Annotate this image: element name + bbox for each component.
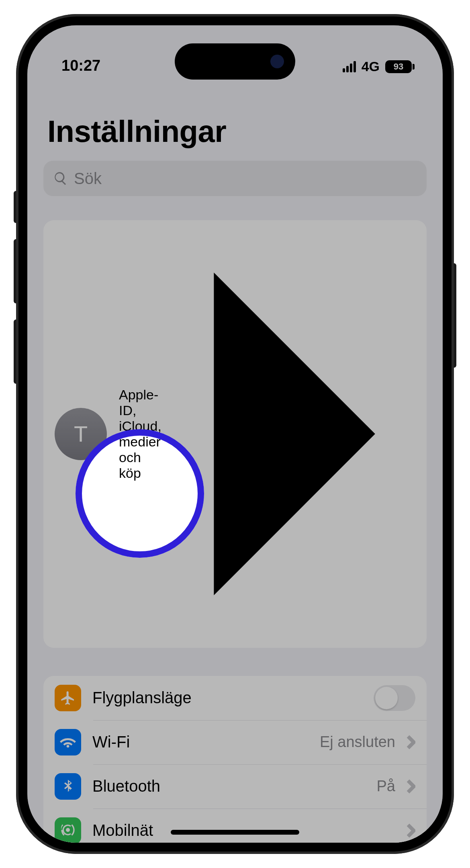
search-placeholder: Sök — [74, 170, 102, 188]
battery-percent: 93 — [394, 61, 403, 72]
wifi-row[interactable]: Wi-Fi Ej ansluten — [43, 720, 427, 764]
network-type: 4G — [362, 59, 380, 74]
search-field[interactable]: Sök — [43, 161, 427, 196]
chevron-right-icon — [407, 823, 415, 838]
settings-content: Inställningar Sök T Apple-ID, iCloud, me… — [27, 78, 443, 843]
page-title: Inställningar — [47, 114, 427, 149]
status-right: 4G 93 — [343, 59, 415, 74]
power-button — [452, 263, 456, 368]
wifi-label: Wi-Fi — [92, 733, 309, 751]
apple-id-row[interactable]: T Apple-ID, iCloud, medier och köp — [43, 220, 427, 648]
dynamic-island — [175, 43, 295, 80]
cellular-icon — [55, 817, 81, 843]
screen: 10:27 4G 93 Inställningar Sök T — [27, 25, 443, 843]
home-indicator[interactable] — [171, 830, 299, 835]
front-camera — [270, 55, 284, 68]
avatar-initial: T — [74, 421, 88, 447]
cellular-row[interactable]: Mobilnät — [43, 809, 427, 843]
chevron-right-icon — [407, 779, 415, 794]
wifi-detail: Ej ansluten — [320, 733, 395, 751]
wifi-icon — [55, 729, 81, 755]
bluetooth-icon — [55, 773, 81, 800]
battery-icon: 93 — [385, 60, 415, 73]
cellular-signal-icon — [343, 61, 356, 72]
airplane-toggle[interactable] — [374, 685, 415, 711]
account-group: T Apple-ID, iCloud, medier och köp — [43, 220, 427, 648]
chevron-right-icon — [407, 735, 415, 749]
bluetooth-row[interactable]: Bluetooth På — [43, 764, 427, 809]
bluetooth-label: Bluetooth — [92, 777, 366, 795]
volume-up-button — [14, 239, 18, 303]
airplane-label: Flygplansläge — [92, 689, 362, 707]
bluetooth-detail: På — [377, 778, 395, 795]
airplane-icon — [55, 685, 81, 711]
avatar: T — [55, 408, 107, 460]
apple-id-subtitle: Apple-ID, iCloud, medier och köp — [119, 387, 161, 481]
chevron-right-icon — [174, 232, 415, 636]
status-time: 10:27 — [61, 57, 100, 74]
phone-frame: 10:27 4G 93 Inställningar Sök T — [16, 14, 454, 854]
connectivity-group: Flygplansläge Wi-Fi Ej ansluten Bluetoot… — [43, 676, 427, 843]
volume-down-button — [14, 319, 18, 384]
search-icon — [53, 171, 68, 186]
mute-switch — [14, 191, 18, 223]
airplane-mode-row[interactable]: Flygplansläge — [43, 676, 427, 720]
